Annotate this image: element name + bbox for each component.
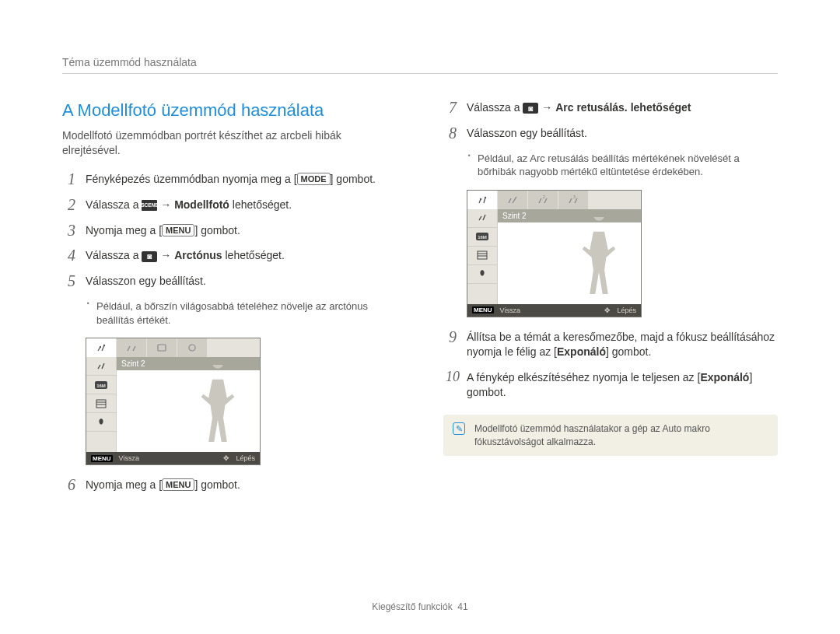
- info-icon: ✎: [453, 422, 465, 435]
- tab-retouch-icon: [467, 191, 498, 209]
- step-text: Fényképezés üzemmódban nyomja meg a: [86, 173, 294, 185]
- footer-back-label: Vissza: [500, 306, 520, 314]
- person-silhouette-icon: [576, 217, 622, 299]
- screenshot-footer: MENU Vissza ✥ Lépés: [467, 304, 641, 317]
- step-text: gombot.: [198, 478, 240, 491]
- tab-icon: 3: [558, 191, 589, 209]
- menu-button-label: MENU: [162, 224, 194, 236]
- step-text: Válassza a: [86, 198, 142, 211]
- right-column: 7 Válassza a ◙ → Arc retusálás. lehetősé…: [443, 100, 778, 503]
- step-text: Válasszon egy beállítást.: [86, 275, 206, 287]
- step-5: 5 Válasszon egy beállítást.: [62, 274, 397, 289]
- step-text: →: [157, 198, 174, 211]
- step-6: 6 Nyomja meg a [MENU] gombot.: [62, 478, 397, 492]
- svg-rect-6: [96, 400, 106, 408]
- svg-rect-15: [478, 251, 487, 259]
- svg-point-3: [189, 345, 195, 351]
- footer-menu-icon: MENU: [91, 455, 113, 462]
- camera-icon: ◙: [142, 251, 157, 262]
- note-text: Modellfotó üzemmód használatakor a gép a…: [474, 422, 768, 447]
- step-text: →: [538, 101, 555, 114]
- tab-icon: [498, 191, 528, 209]
- sidebar-retouch-icon: [467, 209, 497, 228]
- sidebar-size-icon: 16M: [467, 228, 497, 247]
- screenshot-footer: MENU Vissza ✥ Lépés: [86, 452, 260, 464]
- step-2: 2 Válassza a SCENE → Modellfotó lehetősé…: [62, 198, 397, 212]
- tab-face-tone-icon: [86, 338, 117, 357]
- step-number: 10: [443, 367, 462, 386]
- step-bold: Arctónus: [174, 249, 222, 261]
- step-text: gombot.: [333, 173, 375, 185]
- footer-back-label: Vissza: [119, 454, 139, 462]
- sidebar-grid-icon: [467, 247, 497, 265]
- step-number: 7: [443, 97, 462, 118]
- step-5-bullet: Például, a bőrszín világosabbá tételéhez…: [62, 299, 397, 327]
- header-breadcrumb: Téma üzemmód használata: [62, 56, 778, 74]
- sidebar-size-icon: 16M: [86, 376, 116, 394]
- svg-text:16M: 16M: [96, 384, 106, 388]
- step-number: 2: [62, 194, 81, 215]
- left-column: A Modellfotó üzemmód használata Modellfo…: [62, 100, 397, 503]
- step-text: ] gombot.: [606, 345, 651, 358]
- menu-button-label: MENU: [162, 478, 194, 491]
- page-footer: Kiegészítő funkciók 41: [0, 601, 840, 612]
- step-8: 8 Válasszon egy beállítást.: [443, 126, 778, 141]
- screenshot-tab-row: 2 3: [467, 191, 641, 209]
- step-text: gombot.: [198, 224, 240, 236]
- camera-icon: ◙: [523, 103, 538, 114]
- step-10: 10 A fénykép elkészítéséhez nyomja le te…: [443, 370, 778, 400]
- step-number: 3: [62, 220, 81, 241]
- sidebar-grid-icon: [86, 394, 116, 413]
- intro-text: Modellfotó üzemmódban portrét készíthet …: [62, 128, 397, 158]
- step-text: A fénykép elkészítéséhez nyomja le telje…: [467, 371, 700, 384]
- step-bold: Modellfotó: [174, 198, 229, 211]
- step-text: Válassza a: [86, 249, 142, 261]
- footer-page-number: 41: [457, 601, 467, 612]
- screenshot-tab-row: [86, 338, 260, 357]
- screenshot-sidebar: 16M: [86, 357, 117, 452]
- step-bold: Exponáló: [557, 345, 606, 358]
- step-9: 9 Állítsa be a témát a keresőmezőbe, maj…: [443, 330, 778, 359]
- step-number: 9: [443, 327, 462, 348]
- svg-text:16M: 16M: [478, 235, 487, 240]
- sidebar-stabilize-icon: [86, 413, 116, 432]
- tab-icon: [147, 338, 177, 357]
- step-3: 3 Nyomja meg a [MENU] gombot.: [62, 223, 397, 238]
- tab-icon: [177, 338, 208, 357]
- step-1: 1 Fényképezés üzemmódban nyomja meg a [M…: [62, 172, 397, 187]
- svg-rect-2: [158, 345, 166, 351]
- footer-move-label: Lépés: [617, 306, 636, 314]
- footer-nav-icon: ✥: [604, 306, 611, 314]
- footer-menu-icon: MENU: [472, 306, 494, 313]
- step-7: 7 Válassza a ◙ → Arc retusálás. lehetősé…: [443, 100, 778, 115]
- screenshot-sidebar: 16M: [467, 209, 498, 304]
- step-text: Válasszon egy beállítást.: [467, 127, 587, 139]
- camera-ui-screenshot-2: 2 3 16M Szint 2 MENU Vis: [467, 190, 642, 317]
- svg-text:2: 2: [543, 194, 545, 199]
- step-text: lehetőséget.: [229, 198, 292, 211]
- step-bold: Exponáló: [700, 371, 749, 384]
- step-text: Válassza a: [467, 101, 523, 114]
- mode-button-label: MODE: [297, 173, 331, 185]
- person-silhouette-icon: [194, 365, 241, 447]
- note-box: ✎ Modellfotó üzemmód használatakor a gép…: [443, 415, 778, 455]
- sidebar-tone-icon: [86, 357, 116, 376]
- footer-section: Kiegészítő funkciók: [372, 601, 452, 612]
- sidebar-stabilize-icon: [467, 265, 497, 284]
- svg-point-1: [103, 345, 105, 346]
- svg-point-9: [480, 198, 481, 200]
- svg-text:3: 3: [573, 194, 576, 199]
- step-text: Nyomja meg a: [86, 224, 159, 236]
- step-number: 4: [62, 245, 81, 266]
- step-number: 8: [443, 123, 462, 144]
- footer-move-label: Lépés: [236, 454, 255, 462]
- step-4: 4 Válassza a ◙ → Arctónus lehetőséget.: [62, 248, 397, 263]
- section-title: A Modellfotó üzemmód használata: [62, 100, 397, 121]
- step-text: Nyomja meg a: [86, 478, 159, 491]
- step-number: 6: [62, 475, 81, 496]
- scene-icon: SCENE: [142, 200, 157, 211]
- camera-ui-screenshot: 16M Szint 2 MENU Vissza ✥ Lépés: [86, 338, 261, 465]
- content-columns: A Modellfotó üzemmód használata Modellfo…: [62, 100, 778, 503]
- step-bold: lehetőséget: [628, 101, 691, 114]
- step-text: →: [157, 249, 174, 261]
